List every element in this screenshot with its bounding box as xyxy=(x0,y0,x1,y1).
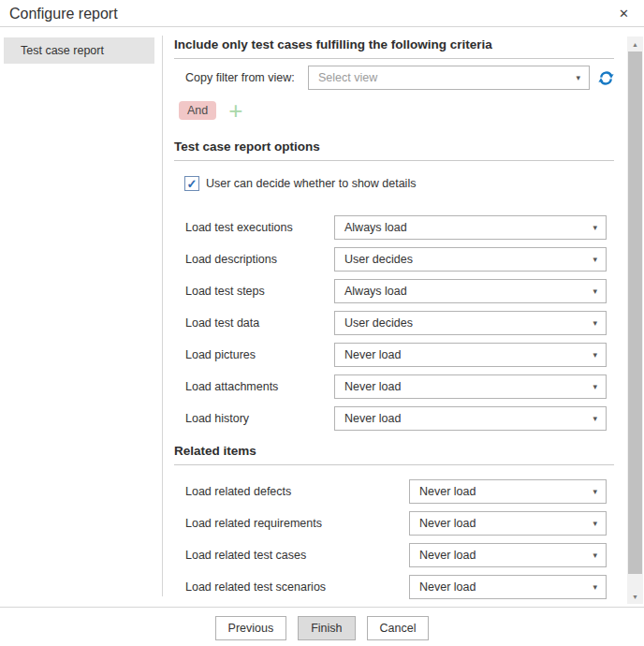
row-dropdown-value: Never load xyxy=(344,380,401,393)
row-dropdown[interactable]: Always load ▾ xyxy=(334,215,607,240)
and-operator-badge[interactable]: And xyxy=(179,101,216,120)
refresh-views-button[interactable] xyxy=(598,70,614,86)
add-criteria-icon[interactable]: + xyxy=(228,101,242,120)
form-row: Load attachments Never load ▾ xyxy=(185,374,607,399)
chevron-down-icon: ▾ xyxy=(593,382,597,391)
row-dropdown[interactable]: Never load ▾ xyxy=(409,543,607,567)
form-row: Load test executions Always load ▾ xyxy=(185,215,607,240)
row-label: Load descriptions xyxy=(185,253,334,266)
copy-filter-label: Copy filter from view: xyxy=(185,71,308,84)
row-label: Load related test scenarios xyxy=(185,580,409,594)
row-dropdown[interactable]: Never load ▾ xyxy=(409,479,607,504)
dialog-body: Test case report Include only test cases… xyxy=(0,27,644,607)
scroll-down-icon[interactable]: ▼ xyxy=(627,589,643,604)
row-label: Load history xyxy=(185,412,334,425)
row-dropdown[interactable]: Always load ▾ xyxy=(334,279,607,303)
row-dropdown-value: Never load xyxy=(419,580,476,594)
options-section-heading: Test case report options xyxy=(174,139,614,161)
row-label: Load pictures xyxy=(185,348,334,361)
form-row: Load history Never load ▾ xyxy=(185,406,607,431)
select-view-dropdown[interactable]: Select view ▾ xyxy=(308,66,590,90)
form-row: Load related test cases Never load ▾ xyxy=(185,543,607,567)
row-dropdown[interactable]: User decides ▾ xyxy=(334,247,607,272)
row-dropdown-value: Never load xyxy=(344,412,401,425)
row-dropdown-value: User decides xyxy=(344,253,413,266)
chevron-down-icon: ▾ xyxy=(593,255,597,264)
row-label: Load test data xyxy=(185,316,334,330)
dialog-title: Configure report xyxy=(9,5,118,22)
related-section-heading: Related items xyxy=(174,444,614,465)
configure-report-dialog: Configure report ✕ Test case report Incl… xyxy=(0,0,644,646)
row-dropdown[interactable]: Never load ▾ xyxy=(334,343,607,367)
sidebar-item-test-case-report[interactable]: Test case report xyxy=(4,37,154,64)
row-dropdown[interactable]: Never load ▾ xyxy=(409,511,607,536)
copy-filter-row: Copy filter from view: Select view ▾ xyxy=(185,66,614,90)
form-row: Load test steps Always load ▾ xyxy=(185,279,607,303)
chevron-down-icon: ▾ xyxy=(593,519,597,528)
previous-button[interactable]: Previous xyxy=(215,616,287,640)
chevron-down-icon: ▾ xyxy=(593,318,597,328)
form-row: Load test data User decides ▾ xyxy=(185,311,607,335)
chevron-down-icon: ▾ xyxy=(576,73,580,82)
row-dropdown-value: Always load xyxy=(344,285,407,298)
row-dropdown[interactable]: Never load ▾ xyxy=(334,406,607,431)
row-dropdown-value: Never load xyxy=(419,485,476,498)
sidebar: Test case report xyxy=(0,27,162,607)
check-mark-icon: ✓ xyxy=(187,177,198,191)
criteria-builder-row: And + xyxy=(179,100,614,121)
row-dropdown-value: Never load xyxy=(419,517,476,530)
form-row: Load pictures Never load ▾ xyxy=(185,343,607,367)
select-view-placeholder: Select view xyxy=(318,71,377,84)
scrollbar[interactable]: ▲ ▼ xyxy=(627,37,643,604)
scrollbar-thumb[interactable] xyxy=(628,51,642,574)
chevron-down-icon: ▾ xyxy=(593,286,597,296)
close-icon[interactable]: ✕ xyxy=(615,6,633,22)
refresh-icon xyxy=(598,70,614,86)
form-row: Load descriptions User decides ▾ xyxy=(185,247,607,272)
checkbox-checked-icon[interactable]: ✓ xyxy=(184,176,199,191)
row-label: Load related test cases xyxy=(185,549,409,562)
chevron-down-icon: ▾ xyxy=(593,414,597,423)
content-panel: Include only test cases fulfilling the f… xyxy=(162,27,644,607)
row-dropdown-value: Always load xyxy=(344,221,407,234)
row-dropdown[interactable]: Never load ▾ xyxy=(409,575,607,599)
row-label: Load related requirements xyxy=(185,517,409,530)
criteria-section-heading: Include only test cases fulfilling the f… xyxy=(174,37,614,59)
cancel-button[interactable]: Cancel xyxy=(367,616,430,640)
chevron-down-icon: ▾ xyxy=(593,223,597,232)
chevron-down-icon: ▾ xyxy=(593,582,597,592)
row-dropdown-value: User decides xyxy=(344,316,413,330)
dialog-footer: Previous Finish Cancel xyxy=(0,607,644,646)
form-row: Load related test scenarios Never load ▾ xyxy=(185,575,607,599)
row-label: Load test executions xyxy=(185,221,334,234)
row-dropdown-value: Never load xyxy=(344,348,401,361)
scroll-up-icon[interactable]: ▲ xyxy=(627,37,643,51)
options-rows: Load test executions Always load ▾ Load … xyxy=(174,215,614,431)
form-row: Load related requirements Never load ▾ xyxy=(185,511,607,536)
row-label: Load test steps xyxy=(185,285,334,298)
show-details-checkbox-label: User can decide whether to show details xyxy=(206,177,416,190)
related-rows: Load related defects Never load ▾ Load r… xyxy=(174,479,614,599)
dialog-header: Configure report ✕ xyxy=(0,0,644,27)
row-label: Load related defects xyxy=(185,485,409,498)
chevron-down-icon: ▾ xyxy=(593,551,597,560)
chevron-down-icon: ▾ xyxy=(593,350,597,360)
row-label: Load attachments xyxy=(185,380,334,393)
finish-button[interactable]: Finish xyxy=(298,616,355,640)
sidebar-divider xyxy=(162,36,163,596)
show-details-checkbox-row[interactable]: ✓ User can decide whether to show detail… xyxy=(184,176,614,191)
form-row: Load related defects Never load ▾ xyxy=(185,479,607,504)
row-dropdown[interactable]: Never load ▾ xyxy=(334,374,607,399)
row-dropdown-value: Never load xyxy=(419,549,476,562)
chevron-down-icon: ▾ xyxy=(593,487,597,496)
row-dropdown[interactable]: User decides ▾ xyxy=(334,311,607,335)
